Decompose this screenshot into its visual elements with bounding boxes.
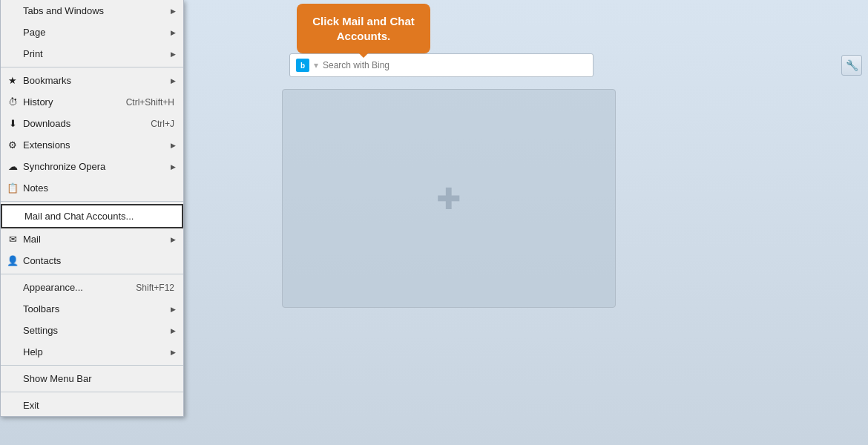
print-label: Print [23, 48, 43, 59]
menu-divider-19 [1, 365, 183, 366]
dropdown-menu: Tabs and WindowsPagePrint★Bookmarks⏱Hist… [0, 0, 184, 417]
downloads-shortcut: Ctrl+J [136, 119, 174, 129]
menu-item-help[interactable]: Help [1, 341, 183, 363]
history-shortcut: Ctrl+Shift+H [111, 97, 174, 108]
menu-divider-10 [1, 201, 183, 202]
menu-item-tabs-windows[interactable]: Tabs and Windows [1, 0, 183, 22]
help-label: Help [23, 346, 43, 357]
bing-icon: b [296, 59, 309, 72]
menu-item-appearance[interactable]: Appearance...Shift+F12 [1, 277, 183, 298]
contacts-label: Contacts [23, 255, 61, 266]
contacts-icon: 👤 [7, 255, 19, 266]
menu-item-history[interactable]: ⏱HistoryCtrl+Shift+H [1, 91, 183, 113]
tabs-windows-label: Tabs and Windows [23, 5, 104, 16]
menu-item-extensions[interactable]: ⚙Extensions [1, 134, 183, 156]
notes-label: Notes [23, 182, 48, 194]
browser-background: Click Mail and Chat Accounts. b ▾ 🔧 ✚ Ta… [0, 0, 868, 445]
appearance-shortcut: Shift+F12 [121, 283, 174, 293]
bookmarks-icon: ★ [7, 75, 19, 86]
tooltip-bubble: Click Mail and Chat Accounts. [297, 4, 430, 53]
history-icon: ⏱ [7, 96, 19, 108]
show-menu-bar-label: Show Menu Bar [23, 373, 92, 384]
menu-item-notes[interactable]: 📋Notes [1, 177, 183, 199]
bing-icon-label: b [300, 62, 305, 70]
menu-item-settings[interactable]: Settings [1, 320, 183, 341]
page-label: Page [23, 27, 45, 38]
bing-dropdown-arrow[interactable]: ▾ [314, 60, 318, 70]
center-content-box[interactable]: ✚ [282, 89, 616, 308]
settings-label: Settings [23, 325, 58, 336]
menu-item-downloads[interactable]: ⬇DownloadsCtrl+J [1, 113, 183, 134]
menu-item-mail[interactable]: ✉Mail [1, 228, 183, 250]
menu-item-show-menu-bar[interactable]: Show Menu Bar [1, 368, 183, 389]
menu-divider-3 [1, 67, 183, 67]
menu-item-print[interactable]: Print [1, 43, 183, 65]
bing-search-bar: b ▾ [289, 53, 594, 77]
notes-icon: 📋 [7, 182, 19, 194]
mail-label: Mail [23, 234, 41, 245]
exit-label: Exit [23, 400, 39, 411]
menu-item-mail-chat[interactable]: Mail and Chat Accounts... [1, 204, 183, 228]
menu-item-toolbars[interactable]: Toolbars [1, 298, 183, 320]
menu-item-exit[interactable]: Exit [1, 395, 183, 416]
menu-item-contacts[interactable]: 👤Contacts [1, 250, 183, 271]
menu-divider-21 [1, 392, 183, 392]
bing-search-area: b ▾ [289, 53, 594, 77]
extensions-icon: ⚙ [7, 139, 19, 151]
downloads-label: Downloads [23, 118, 70, 129]
history-label: History [23, 96, 53, 108]
tooltip-text: Click Mail and Chat Accounts. [312, 15, 415, 42]
menu-divider-14 [1, 274, 183, 274]
wrench-button[interactable]: 🔧 [841, 55, 862, 76]
downloads-icon: ⬇ [7, 118, 19, 129]
mail-chat-label: Mail and Chat Accounts... [24, 211, 134, 222]
menu-item-sync[interactable]: ☁Synchronize Opera [1, 156, 183, 177]
menu-item-page[interactable]: Page [1, 22, 183, 43]
toolbars-label: Toolbars [23, 303, 59, 314]
bookmarks-label: Bookmarks [23, 75, 71, 86]
add-icon: ✚ [436, 184, 461, 214]
sync-label: Synchronize Opera [23, 161, 105, 172]
appearance-label: Appearance... [23, 282, 83, 293]
menu-item-bookmarks[interactable]: ★Bookmarks [1, 70, 183, 91]
extensions-label: Extensions [23, 139, 70, 151]
mail-icon: ✉ [7, 234, 19, 245]
sync-icon: ☁ [7, 161, 19, 172]
